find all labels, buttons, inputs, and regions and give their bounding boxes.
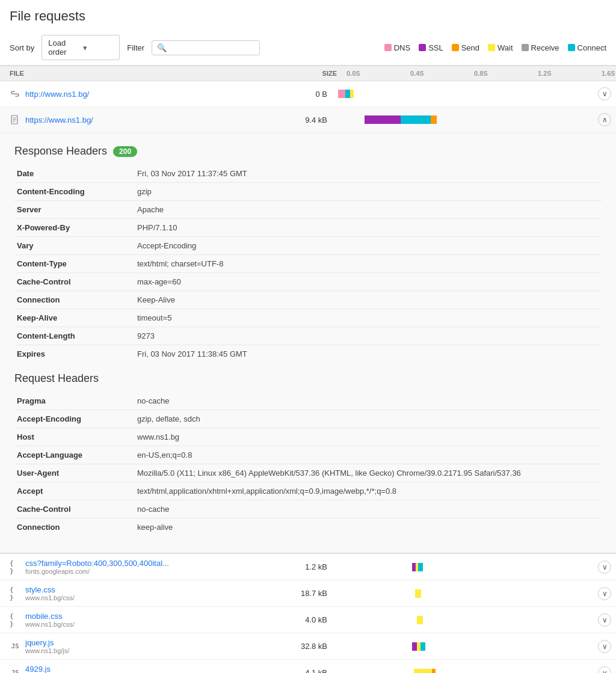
header-value: Fri, 03 Nov 2017 11:37:45 GMT bbox=[135, 165, 602, 183]
dns-legend-label: DNS bbox=[394, 43, 410, 52]
header-key: Vary bbox=[14, 237, 135, 255]
timeline-bar-group bbox=[338, 90, 354, 98]
tick-4: 1.6s bbox=[602, 70, 615, 77]
expand-button[interactable]: ∨ bbox=[598, 561, 611, 574]
request-headers-label: Request Headers bbox=[14, 372, 99, 385]
file-link[interactable]: style.css bbox=[25, 585, 55, 594]
legend-item-send: Send bbox=[452, 43, 479, 52]
file-link[interactable]: http://www.ns1.bg/ bbox=[25, 90, 89, 99]
timeline-bar-group bbox=[365, 115, 437, 124]
request-headers-title: Request Headers bbox=[14, 372, 602, 385]
table-row: https://www.ns1.bg/9.4 kB∧ bbox=[0, 107, 616, 133]
header-value: no-cache bbox=[135, 500, 602, 518]
response-headers-title: Response Headers 200 bbox=[14, 145, 602, 158]
timeline-bar-segment-0 bbox=[414, 669, 432, 674]
header-value: gzip bbox=[135, 183, 602, 201]
file-link[interactable]: jquery.js bbox=[25, 638, 54, 647]
size-cell: 4.1 kB bbox=[289, 663, 337, 673]
timeline-bar-segment-0 bbox=[415, 589, 421, 598]
header-row: X-Powered-ByPHP/7.1.10 bbox=[14, 219, 602, 237]
file-link[interactable]: https://www.ns1.bg/ bbox=[25, 115, 93, 124]
expand-button[interactable]: ∨ bbox=[598, 613, 611, 627]
ssl-legend-dot bbox=[419, 44, 426, 51]
header-key: Accept bbox=[14, 482, 135, 500]
file-cell: http://www.ns1.bg/ bbox=[0, 84, 289, 104]
expand-button[interactable]: ∨ bbox=[598, 587, 611, 600]
sort-select[interactable]: Load order ▾ bbox=[42, 35, 120, 60]
header-key: Connection bbox=[14, 518, 135, 536]
header-key: Expires bbox=[14, 345, 135, 363]
table-row: { }css?family=Roboto:400,300,500,400ital… bbox=[0, 554, 616, 580]
file-cell: JS4929.jsscript.crazyegg.com/pages/scrip… bbox=[0, 660, 289, 673]
file-sub: www.ns1.bg/css/ bbox=[25, 621, 75, 628]
sort-value: Load order bbox=[48, 38, 78, 57]
col-size-header: SIZE bbox=[298, 70, 346, 77]
filter-input[interactable] bbox=[169, 43, 254, 52]
timeline-bar-segment-2 bbox=[350, 90, 354, 98]
legend: DNSSSLSendWaitReceiveConnect bbox=[384, 43, 606, 52]
request-headers-table: Pragmano-cacheAccept-Encodinggzip, defla… bbox=[14, 392, 602, 536]
tick-1: 0.4s bbox=[410, 70, 424, 77]
header-row: ExpiresFri, 03 Nov 2017 11:38:45 GMT bbox=[14, 345, 602, 363]
header-value: 9273 bbox=[135, 327, 602, 345]
legend-item-dns: DNS bbox=[384, 43, 410, 52]
table-row: http://www.ns1.bg/0 B∨ bbox=[0, 81, 616, 107]
filter-label: Filter bbox=[127, 43, 144, 52]
file-link[interactable]: 4929.js bbox=[25, 665, 51, 673]
header-value: Accept-Encoding bbox=[135, 237, 602, 255]
file-type-icon: JS bbox=[10, 641, 20, 652]
wait-legend-dot bbox=[488, 44, 495, 51]
main-rows: http://www.ns1.bg/0 B∨https://www.ns1.bg… bbox=[0, 81, 616, 133]
file-cell: { }mobile.csswww.ns1.bg/css/ bbox=[0, 607, 289, 633]
request-row-row2: https://www.ns1.bg/9.4 kB∧ bbox=[0, 107, 616, 133]
header-key: Keep-Alive bbox=[14, 309, 135, 327]
file-sub: www.ns1.bg/css/ bbox=[25, 594, 75, 601]
search-icon: 🔍 bbox=[157, 43, 167, 52]
collapse-button[interactable]: ∧ bbox=[598, 113, 611, 126]
expand-button[interactable]: ∨ bbox=[598, 87, 611, 100]
file-link[interactable]: css?family=Roboto:400,300,500,400ital... bbox=[25, 559, 169, 568]
header-key: Host bbox=[14, 428, 135, 446]
size-cell: 0 B bbox=[289, 85, 337, 103]
timeline-bar-segment-1 bbox=[345, 90, 350, 98]
table-header: FILE SIZE 0.0s0.4s0.8s1.2s1.6s2.0s bbox=[0, 66, 616, 81]
size-cell: 18.7 kB bbox=[289, 584, 337, 603]
request-row-row4: { }style.csswww.ns1.bg/css/18.7 kB∨ bbox=[0, 580, 616, 607]
details-panel: Response Headers 200 DateFri, 03 Nov 201… bbox=[0, 133, 616, 554]
header-key: Date bbox=[14, 165, 135, 183]
file-type-icon bbox=[10, 88, 20, 99]
header-row: ServerApache bbox=[14, 201, 602, 219]
timeline-bar-segment-1 bbox=[401, 115, 431, 124]
header-key: Connection bbox=[14, 291, 135, 309]
timeline-bar-segment-1 bbox=[432, 669, 436, 674]
col-file-header: FILE bbox=[10, 70, 298, 77]
dns-legend-dot bbox=[384, 44, 392, 51]
table-row: { }style.csswww.ns1.bg/css/18.7 kB∨ bbox=[0, 580, 616, 607]
header-value: PHP/7.1.10 bbox=[135, 219, 602, 237]
file-cell: JSjquery.jswww.ns1.bg/js/ bbox=[0, 633, 289, 659]
header-value: Mozilla/5.0 (X11; Linux x86_64) AppleWeb… bbox=[135, 464, 602, 482]
timeline-bar-group bbox=[415, 589, 421, 598]
header-row: Content-Typetext/html; charset=UTF-8 bbox=[14, 255, 602, 273]
wait-legend-label: Wait bbox=[497, 43, 513, 52]
legend-item-wait: Wait bbox=[488, 43, 513, 52]
timeline-bar-segment-0 bbox=[412, 642, 417, 651]
timeline-bar-segment-0 bbox=[365, 115, 401, 124]
response-headers-table: DateFri, 03 Nov 2017 11:37:45 GMTContent… bbox=[14, 165, 602, 363]
timeline-cell bbox=[337, 107, 616, 132]
header-key: Content-Length bbox=[14, 327, 135, 345]
expand-button[interactable]: ∨ bbox=[598, 640, 611, 653]
header-value: www.ns1.bg bbox=[135, 428, 602, 446]
header-row: Accepttext/html,application/xhtml+xml,ap… bbox=[14, 482, 602, 500]
tick-3: 1.2s bbox=[538, 70, 552, 77]
header-key: Accept-Language bbox=[14, 446, 135, 464]
header-key: Pragma bbox=[14, 392, 135, 410]
timeline-bar-segment-0 bbox=[417, 616, 423, 624]
receive-legend-label: Receive bbox=[531, 43, 559, 52]
file-link[interactable]: mobile.css bbox=[25, 612, 62, 621]
filter-input-wrap: 🔍 bbox=[152, 40, 260, 55]
header-key: Accept-Encoding bbox=[14, 410, 135, 428]
timeline-cell bbox=[337, 81, 616, 106]
header-key: X-Powered-By bbox=[14, 219, 135, 237]
page-title: File requests bbox=[0, 0, 616, 30]
